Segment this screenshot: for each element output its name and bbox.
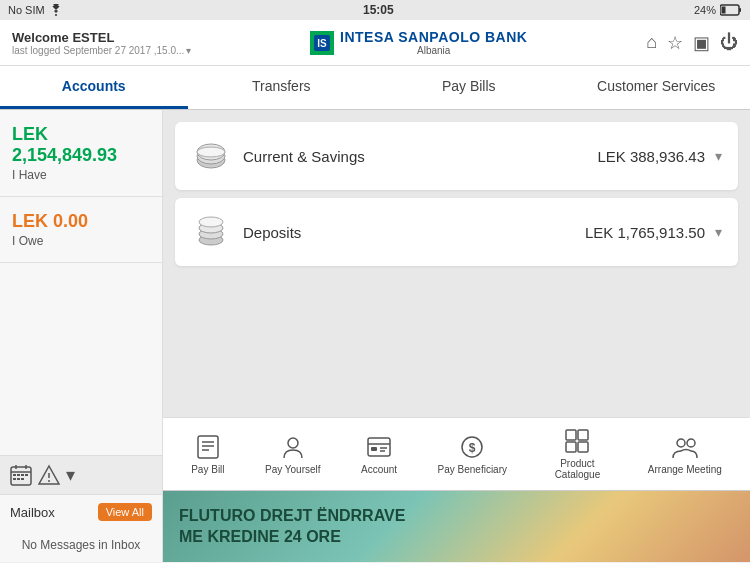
alert-icon[interactable] <box>38 464 60 486</box>
bank-name: INTESA SANPAOLO BANK <box>340 29 527 45</box>
account-item-deposits[interactable]: Deposits LEK 1,765,913.50 ▾ <box>175 198 738 266</box>
quick-action-product-catalogue[interactable]: Product Catalogue <box>547 428 607 480</box>
svg-point-0 <box>55 14 57 16</box>
home-icon[interactable]: ⌂ <box>646 32 657 53</box>
header-left: Welcome ESTEL last logged September 27 2… <box>12 30 191 56</box>
header: Welcome ESTEL last logged September 27 2… <box>0 20 750 66</box>
account-item-current-savings[interactable]: Current & Savings LEK 388,936.43 ▾ <box>175 122 738 190</box>
nav-tabs: Accounts Transfers Pay Bills Customer Se… <box>0 66 750 110</box>
sidebar-icon-bar: ▾ <box>0 455 162 495</box>
mailbox-label: Mailbox <box>10 505 55 520</box>
quick-action-pay-beneficiary[interactable]: $ Pay Beneficiary <box>438 434 507 475</box>
deposits-chevron-icon: ▾ <box>715 224 722 240</box>
tab-accounts[interactable]: Accounts <box>0 66 188 109</box>
svg-rect-42 <box>566 442 576 452</box>
wifi-icon <box>49 4 63 16</box>
svg-point-32 <box>288 438 298 448</box>
account-icon <box>366 434 392 460</box>
deposits-icon <box>191 212 231 252</box>
svg-rect-28 <box>198 436 218 458</box>
view-all-button[interactable]: View All <box>98 503 152 521</box>
svg-rect-15 <box>17 478 20 480</box>
product-catalogue-label: Product Catalogue <box>547 458 607 480</box>
pay-yourself-label: Pay Yourself <box>265 464 321 475</box>
tab-pay-bills[interactable]: Pay Bills <box>375 66 563 109</box>
welcome-text: Welcome ESTEL <box>12 30 191 45</box>
svg-rect-2 <box>739 8 741 12</box>
svg-point-45 <box>687 439 695 447</box>
i-have-amount: LEK 2,154,849.93 <box>12 124 150 166</box>
sidebar-balance: LEK 2,154,849.93 I Have <box>0 110 162 197</box>
quick-action-arrange-meeting[interactable]: Arrange Meeting <box>648 434 722 475</box>
svg-rect-13 <box>25 474 28 476</box>
dropdown-chevron-icon[interactable]: ▾ <box>186 45 191 56</box>
pay-beneficiary-icon: $ <box>459 434 485 460</box>
sidebar-owe: LEK 0.00 I Owe <box>0 197 162 263</box>
svg-rect-35 <box>371 447 377 451</box>
no-messages-text: No Messages in Inbox <box>0 529 162 562</box>
product-catalogue-icon <box>564 428 590 454</box>
header-center: IS INTESA SANPAOLO BANK Albania <box>310 29 527 56</box>
status-bar-right: 24% <box>694 4 742 16</box>
quick-action-pay-yourself[interactable]: Pay Yourself <box>265 434 321 475</box>
svg-rect-11 <box>17 474 20 476</box>
sidebar: LEK 2,154,849.93 I Have LEK 0.00 I Owe <box>0 110 163 562</box>
star-icon[interactable]: ☆ <box>667 32 683 54</box>
content-spacer <box>163 274 750 417</box>
current-savings-icon <box>191 136 231 176</box>
no-sim-label: No SIM <box>8 4 45 16</box>
window-icon[interactable]: ▣ <box>693 32 710 54</box>
status-bar-left: No SIM <box>8 4 63 16</box>
sidebar-mailbox: Mailbox View All <box>0 495 162 529</box>
svg-point-44 <box>677 439 685 447</box>
tab-customer-services[interactable]: Customer Services <box>563 66 751 109</box>
quick-action-account[interactable]: Account <box>361 434 397 475</box>
deposits-amount: LEK 1,765,913.50 <box>585 224 705 241</box>
banner-text: FLUTURO DREJT ËNDRRAVE ME KREDINE 24 ORE <box>179 506 405 548</box>
tab-transfers[interactable]: Transfers <box>188 66 376 109</box>
quick-actions: Pay Bill Pay Yourself <box>163 417 750 490</box>
account-label: Account <box>361 464 397 475</box>
svg-point-23 <box>197 147 225 157</box>
i-have-label: I Have <box>12 168 150 182</box>
svg-point-19 <box>48 480 50 482</box>
last-logged-text: last logged September 27 2017 ,15.0... ▾ <box>12 45 191 56</box>
svg-rect-40 <box>566 430 576 440</box>
svg-rect-14 <box>13 478 16 480</box>
svg-rect-3 <box>721 7 725 14</box>
current-savings-label: Current & Savings <box>243 148 597 165</box>
bank-logo: IS INTESA SANPAOLO BANK Albania <box>310 29 527 56</box>
svg-rect-33 <box>368 438 390 456</box>
calendar-icon[interactable] <box>10 464 32 486</box>
pay-bill-icon <box>195 434 221 460</box>
svg-rect-12 <box>21 474 24 476</box>
svg-rect-43 <box>578 442 588 452</box>
pay-bill-label: Pay Bill <box>191 464 224 475</box>
quick-action-pay-bill[interactable]: Pay Bill <box>191 434 224 475</box>
deposits-label: Deposits <box>243 224 585 241</box>
svg-point-27 <box>199 217 223 227</box>
arrange-meeting-icon <box>672 434 698 460</box>
status-bar: No SIM 15:05 24% <box>0 0 750 20</box>
header-icons: ⌂ ☆ ▣ ⏻ <box>646 32 738 54</box>
svg-rect-41 <box>578 430 588 440</box>
banner: FLUTURO DREJT ËNDRRAVE ME KREDINE 24 ORE <box>163 490 750 562</box>
svg-rect-16 <box>21 478 24 480</box>
pay-beneficiary-label: Pay Beneficiary <box>438 464 507 475</box>
power-icon[interactable]: ⏻ <box>720 32 738 53</box>
battery-label: 24% <box>694 4 716 16</box>
pay-yourself-icon <box>280 434 306 460</box>
i-owe-amount: LEK 0.00 <box>12 211 150 232</box>
current-savings-amount: LEK 388,936.43 <box>597 148 705 165</box>
sidebar-spacer <box>0 263 162 455</box>
account-list: Current & Savings LEK 388,936.43 ▾ Depos… <box>163 110 750 274</box>
sidebar-chevron-down-icon[interactable]: ▾ <box>66 464 75 486</box>
svg-text:$: $ <box>469 441 476 455</box>
content-area: Current & Savings LEK 388,936.43 ▾ Depos… <box>163 110 750 562</box>
bank-country: Albania <box>340 45 527 56</box>
svg-rect-10 <box>13 474 16 476</box>
bank-logo-icon: IS <box>310 31 334 55</box>
current-savings-chevron-icon: ▾ <box>715 148 722 164</box>
main-layout: LEK 2,154,849.93 I Have LEK 0.00 I Owe <box>0 110 750 562</box>
battery-icon <box>720 4 742 16</box>
